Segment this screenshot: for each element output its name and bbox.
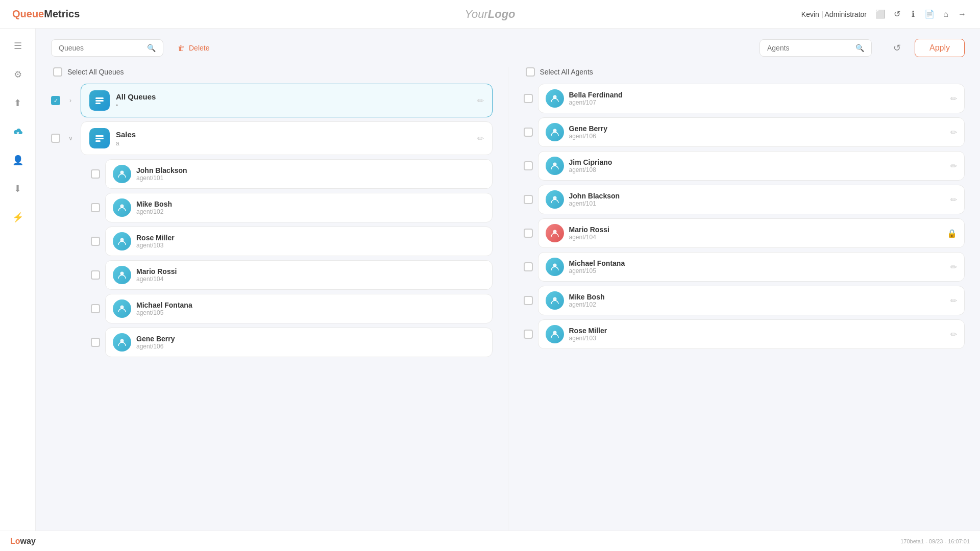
agent-id-bella: agent/107 (569, 99, 946, 106)
edit-rose-icon[interactable]: ✏ (950, 330, 957, 339)
brand-logo: QueueMetrics (12, 8, 80, 20)
sidebar-item-download[interactable]: ⬇ (9, 180, 27, 198)
expand-all-queues-icon[interactable]: › (65, 95, 76, 106)
agents-search-input[interactable] (767, 44, 851, 52)
queue-avatar-sales (89, 128, 110, 148)
agent-name-jim: Jim Cipriano (569, 158, 946, 166)
sub-agent-card-john[interactable]: John Blackson agent/101 (105, 159, 493, 189)
select-all-queues-label: Select All Queues (67, 68, 124, 76)
expand-sales-icon[interactable]: ∨ (65, 133, 76, 143)
agent-card-michael[interactable]: Michael Fontana agent/105 ✏ (538, 252, 965, 282)
sub-agent-card-rose[interactable]: Rose Miller agent/103 (105, 227, 493, 256)
sub-agent-name-michael: Michael Fontana (136, 301, 485, 309)
doc-icon[interactable]: 📄 (924, 9, 935, 20)
delete-button[interactable]: 🗑 Delete (172, 40, 215, 56)
brand-metrics: Metrics (44, 8, 80, 19)
sub-agent-checkbox-mario[interactable] (91, 270, 100, 280)
agent-name-bella: Bella Ferdinand (569, 91, 946, 99)
edit-all-queues-icon[interactable]: ✏ (477, 96, 484, 106)
edit-sales-icon[interactable]: ✏ (477, 134, 484, 143)
agent-name-rose: Rose Miller (569, 327, 946, 335)
agent-card-rose[interactable]: Rose Miller agent/103 ✏ (538, 319, 965, 349)
agents-list: Bella Ferdinand agent/107 ✏ (524, 84, 965, 541)
home-icon[interactable]: ⌂ (940, 9, 951, 20)
agent-checkbox-mario[interactable] (524, 229, 533, 238)
agent-avatar-mike (546, 291, 564, 310)
sub-agent-card-gene[interactable]: Gene Berry agent/106 (105, 328, 493, 357)
agent-checkbox-mike[interactable] (524, 296, 533, 305)
refresh-button[interactable]: ↺ (888, 39, 906, 57)
agent-card-mike[interactable]: Mike Bosh agent/102 ✏ (538, 286, 965, 315)
logout-icon[interactable]: → (957, 9, 968, 20)
queue-checkbox-all-queues[interactable]: ✓ (51, 96, 60, 105)
sub-agent-checkbox-michael[interactable] (91, 304, 100, 313)
window-icon[interactable]: ⬜ (875, 9, 886, 20)
edit-michael-icon[interactable]: ✏ (950, 262, 957, 272)
agent-name-michael: Michael Fontana (569, 259, 946, 267)
edit-bella-icon[interactable]: ✏ (950, 94, 957, 104)
agent-checkbox-michael[interactable] (524, 262, 533, 271)
agent-name-mike: Mike Bosh (569, 293, 946, 301)
sidebar-item-flash[interactable]: ⚡ (9, 208, 27, 227)
sub-agent-name-mario: Mario Rossi (136, 267, 485, 276)
queue-card-sales[interactable]: Sales a ✏ (81, 121, 493, 155)
sub-agent-checkbox-mike[interactable] (91, 203, 100, 212)
agent-list-row-rose: Rose Miller agent/103 ✏ (524, 319, 965, 349)
agent-checkbox-bella[interactable] (524, 94, 533, 103)
queue-card-all-queues[interactable]: All Queues • ✏ (81, 84, 493, 117)
agent-list-row-jim: Jim Cipriano agent/108 ✏ (524, 151, 965, 181)
svg-rect-7 (95, 140, 101, 142)
agent-checkbox-jim[interactable] (524, 161, 533, 170)
sidebar-item-menu[interactable]: ☰ (9, 37, 27, 55)
sub-agent-checkbox-john[interactable] (91, 169, 100, 179)
agent-checkbox-rose[interactable] (524, 330, 533, 339)
agent-list-row-mario: Mario Rossi agent/104 🔒 (524, 218, 965, 248)
sub-agent-info-mario: Mario Rossi agent/104 (136, 267, 485, 283)
sub-agent-checkbox-gene[interactable] (91, 338, 100, 347)
agent-id-mike: agent/102 (569, 301, 946, 308)
select-all-queues-checkbox[interactable] (53, 67, 62, 77)
edit-mike-icon[interactable]: ✏ (950, 296, 957, 306)
queues-search-input[interactable] (59, 44, 143, 52)
edit-john-icon[interactable]: ✏ (950, 195, 957, 205)
refresh-nav-icon[interactable]: ↺ (891, 9, 902, 20)
queues-search-box: 🔍 (51, 39, 163, 57)
agent-card-mario[interactable]: Mario Rossi agent/104 🔒 (538, 218, 965, 248)
info-icon[interactable]: ℹ (908, 9, 919, 20)
edit-jim-icon[interactable]: ✏ (950, 161, 957, 171)
select-all-agents-checkbox[interactable] (526, 67, 535, 77)
sub-agent-info-rose: Rose Miller agent/103 (136, 234, 485, 249)
agent-card-gene[interactable]: Gene Berry agent/106 ✏ (538, 117, 965, 147)
svg-rect-6 (95, 138, 104, 139)
sidebar-item-cloud[interactable] (9, 122, 27, 141)
queue-list: ✓ › All Queues (51, 84, 493, 541)
sub-agent-info-gene: Gene Berry agent/106 (136, 335, 485, 350)
agent-checkbox-john[interactable] (524, 195, 533, 204)
agent-card-bella[interactable]: Bella Ferdinand agent/107 ✏ (538, 84, 965, 113)
queue-info-sales: Sales a (116, 130, 471, 147)
agent-checkbox-gene[interactable] (524, 128, 533, 137)
edit-gene-icon[interactable]: ✏ (950, 128, 957, 137)
agent-card-john[interactable]: John Blackson agent/101 ✏ (538, 185, 965, 214)
sub-agent-card-michael[interactable]: Michael Fontana agent/105 (105, 294, 493, 323)
agent-name-gene: Gene Berry (569, 124, 946, 133)
queue-avatar-all-queues (89, 90, 110, 111)
agent-card-jim[interactable]: Jim Cipriano agent/108 ✏ (538, 151, 965, 181)
sidebar-item-upload[interactable]: ⬆ (9, 94, 27, 112)
content: 🔍 🗑 Delete 🔍 ↺ Apply Select All Queues (36, 29, 980, 551)
sidebar-item-user[interactable]: 👤 (9, 151, 27, 169)
agent-info-michael: Michael Fontana agent/105 (569, 259, 946, 274)
sub-agent-info-john: John Blackson agent/101 (136, 166, 485, 182)
queue-name-all-queues: All Queues (116, 92, 471, 101)
sub-agent-card-mario[interactable]: Mario Rossi agent/104 (105, 260, 493, 290)
agents-search-icon: 🔍 (855, 44, 864, 52)
sub-agent-avatar-mario (113, 266, 131, 284)
brand-queue: Queue (12, 8, 44, 19)
footer-brand: Loway (10, 537, 36, 546)
sub-agent-card-mike[interactable]: Mike Bosh agent/102 (105, 193, 493, 222)
queue-checkbox-sales[interactable] (51, 134, 60, 143)
sub-agent-checkbox-rose[interactable] (91, 237, 100, 246)
sidebar-item-settings[interactable]: ⚙ (9, 65, 27, 84)
apply-button[interactable]: Apply (915, 39, 965, 57)
svg-rect-2 (95, 97, 104, 99)
